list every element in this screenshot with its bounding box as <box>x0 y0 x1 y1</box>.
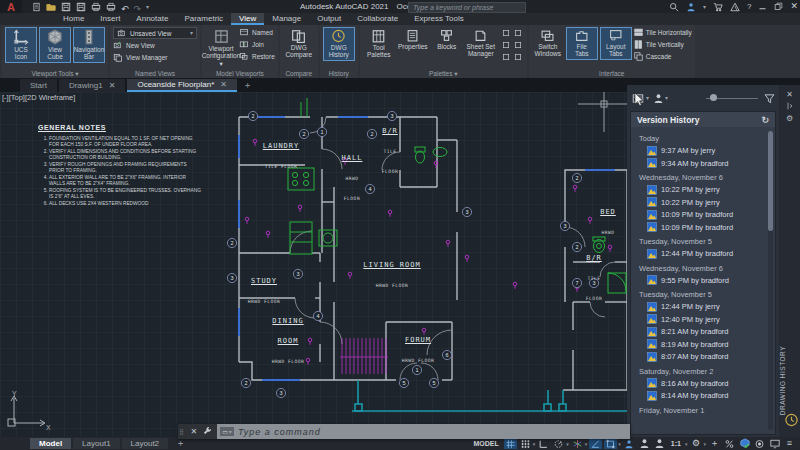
version-entry[interactable]: 8:14 AM by bradford <box>647 391 766 401</box>
recent-commands-icon[interactable]: ▭▾ <box>220 427 234 436</box>
dropdown-caret-icon[interactable]: ▾ <box>703 4 706 10</box>
search-input[interactable]: Type a keyword or phrase <box>408 2 526 13</box>
ribbon-row-tile-horizontally[interactable]: Tile Horizontally <box>634 27 692 38</box>
ribbon-row-cascade[interactable]: Cascade <box>634 51 692 62</box>
version-entry[interactable]: 8:16 AM by bradford <box>647 378 766 388</box>
autocad-logo[interactable]: A <box>0 0 22 13</box>
status-hw-icon[interactable] <box>738 438 751 449</box>
tab-close-icon[interactable]: ✕ <box>220 80 227 89</box>
ribbon-tab-view[interactable]: View <box>231 13 264 25</box>
filter-icon[interactable] <box>764 93 775 104</box>
open-file-icon[interactable] <box>46 2 56 12</box>
ribbon-button-file-tabs[interactable]: File Tabs <box>566 27 598 60</box>
close-command-icon[interactable]: ✕ <box>190 427 197 436</box>
help-icon[interactable]: ? <box>747 3 751 11</box>
ribbon-button-switch-windows[interactable]: Switch Windows <box>532 27 564 60</box>
command-line-grip[interactable]: ⣿ <box>178 424 185 439</box>
palette-mini-button-4[interactable] <box>513 39 524 50</box>
palette-mini-button-1[interactable] <box>501 27 512 38</box>
layout-tab-layout1[interactable]: Layout1 <box>73 438 119 449</box>
layout-tab-layout2[interactable]: Layout2 <box>122 438 168 449</box>
ribbon-tab-parametric[interactable]: Parametric <box>176 13 231 25</box>
ribbon-tab-output[interactable]: Output <box>309 13 349 25</box>
date-range-slider[interactable] <box>706 93 758 103</box>
autodesk-account-icon[interactable] <box>730 2 740 12</box>
sign-in-icon[interactable] <box>686 2 696 12</box>
minimize-icon[interactable] <box>758 2 767 11</box>
ribbon-button-ucs-icon[interactable]: UCS Icon <box>5 27 37 63</box>
ribbon-button-dwg-compare[interactable]: DWG Compare <box>283 27 315 61</box>
ribbon-row-view-manager[interactable]: View Manager <box>113 52 197 63</box>
status-perf-icon[interactable] <box>723 438 736 449</box>
version-entry[interactable]: 8:07 AM by bradford <box>647 352 766 362</box>
app-store-icon[interactable] <box>713 2 723 12</box>
version-entry[interactable]: 12:44 PM by jerry <box>647 302 766 312</box>
layout-tab-model[interactable]: Model <box>30 438 71 449</box>
version-entry[interactable]: 9:34 AM by bradford <box>647 158 766 168</box>
ribbon-button-layout-tabs[interactable]: Layout Tabs <box>600 27 632 60</box>
status-ortho-icon[interactable] <box>537 438 550 449</box>
save-as-icon[interactable] <box>76 2 86 12</box>
status-isolate-icon[interactable] <box>753 438 766 449</box>
command-input[interactable]: ▭▾ Type a command <box>217 424 630 439</box>
file-tab-drawing1[interactable]: Drawing1✕ <box>59 79 126 92</box>
status-annscale-icon[interactable] <box>653 438 666 449</box>
status-dropdown-caret[interactable]: ▾ <box>533 441 536 447</box>
palette-mini-button-2[interactable] <box>513 27 524 38</box>
ribbon-row-tile-vertically[interactable]: Tile Vertically <box>634 39 692 50</box>
version-entry[interactable]: 8:21 AM by bradford <box>647 327 766 337</box>
ribbon-button-tool-palettes[interactable]: Tool Palettes <box>363 27 395 61</box>
new-file-icon[interactable] <box>32 2 41 12</box>
version-entry[interactable]: 12:40 PM by jerry <box>647 314 766 324</box>
new-drawing-tab-button[interactable]: ＋ <box>243 79 252 92</box>
ribbon-tab-home[interactable]: Home <box>55 13 92 25</box>
palette-properties-icon[interactable]: ⚙ <box>786 112 793 124</box>
restore-icon[interactable] <box>774 2 783 11</box>
ribbon-tab-insert[interactable]: Insert <box>92 13 128 25</box>
status-dropdown-caret[interactable]: ▾ <box>703 441 706 447</box>
ribbon-tab-collaborate[interactable]: Collaborate <box>349 13 406 25</box>
user-filter-button[interactable]: ▾ <box>653 93 668 104</box>
refresh-icon[interactable]: ↻ <box>761 115 769 125</box>
version-entry[interactable]: 10:22 PM by jerry <box>647 197 766 207</box>
palette-mini-button-6[interactable] <box>513 51 524 62</box>
ribbon-button-viewport-configuration[interactable]: Viewport Configuration ▾ <box>205 27 237 69</box>
plot-icon[interactable] <box>91 2 101 12</box>
palette-mini-button-5[interactable] <box>501 51 512 62</box>
status-plus-icon[interactable]: ＋ <box>708 438 721 449</box>
file-tab-start[interactable]: Start <box>20 79 57 92</box>
ribbon-button-navigation-bar[interactable]: Navigation Bar <box>73 27 105 63</box>
status-dropdown-caret[interactable]: ▾ <box>585 441 588 447</box>
status-clean-icon[interactable] <box>768 438 781 449</box>
save-icon[interactable] <box>61 2 71 12</box>
status-iso-icon[interactable] <box>571 438 584 449</box>
palette-scrollbar[interactable] <box>768 131 773 430</box>
ribbon-tab-manage[interactable]: Manage <box>264 13 309 25</box>
version-entry[interactable]: 8:19 AM by bradford <box>647 339 766 349</box>
version-entry[interactable]: 12:44 PM by bradford <box>647 249 766 259</box>
customize-wrench-icon[interactable] <box>203 426 212 437</box>
ribbon-button-blocks[interactable]: Blocks <box>431 27 463 52</box>
ribbon-button-sheet-set-manager[interactable]: Sheet Set Manager <box>465 27 497 60</box>
auto-hide-icon[interactable] <box>786 100 794 112</box>
status-dropdown-caret[interactable]: ▾ <box>566 441 569 447</box>
close-icon[interactable]: ✕ <box>790 2 798 11</box>
status-otrack-icon[interactable] <box>589 438 602 449</box>
status-dropdown-caret[interactable]: ▾ <box>618 441 621 447</box>
status-polar-icon[interactable] <box>552 438 565 449</box>
ribbon-button-properties[interactable]: Properties <box>397 27 429 52</box>
ribbon-row-new-view[interactable]: New View <box>113 40 197 51</box>
ribbon-row-restore[interactable]: Restore <box>239 51 275 62</box>
status-dropdown-caret[interactable]: ▾ <box>685 441 688 447</box>
ribbon-button-dwg-history[interactable]: DWG History <box>323 27 355 61</box>
version-entry[interactable]: 9:55 PM by bradford <box>647 275 766 285</box>
ribbon-tab-express-tools[interactable]: Express Tools <box>406 13 472 25</box>
ribbon-row-join[interactable]: Join <box>239 39 275 50</box>
ribbon-tab-annotate[interactable]: Annotate <box>128 13 176 25</box>
file-tab-oceanside-floorplan-[interactable]: Oceanside Floorplan*✕ <box>127 79 237 92</box>
version-entry[interactable]: 10:09 PM by bradford <box>647 210 766 220</box>
search-icon[interactable] <box>669 2 679 12</box>
status-snap-icon[interactable] <box>519 438 532 449</box>
status-model[interactable]: MODEL <box>471 440 502 447</box>
status-1-1[interactable]: 1:1 <box>668 440 684 447</box>
